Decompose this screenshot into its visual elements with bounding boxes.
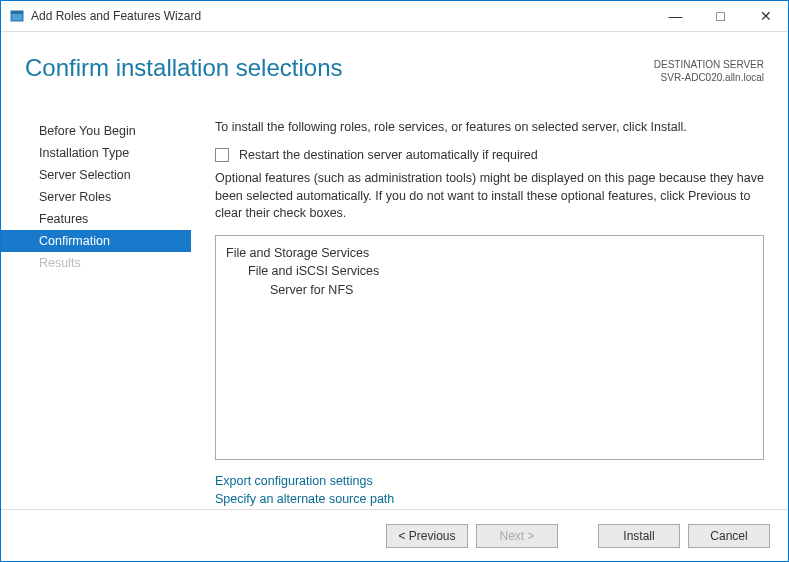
restart-checkbox[interactable]: [215, 148, 229, 162]
cancel-button[interactable]: Cancel: [688, 524, 770, 548]
button-bar: < Previous Next > Install Cancel: [1, 509, 788, 561]
wizard-steps-sidebar: Before You Begin Installation Type Serve…: [1, 110, 191, 509]
sidebar-item-installation-type[interactable]: Installation Type: [1, 142, 191, 164]
svg-rect-1: [11, 11, 23, 14]
minimize-button[interactable]: —: [653, 1, 698, 31]
restart-checkbox-label: Restart the destination server automatic…: [239, 148, 538, 162]
install-button[interactable]: Install: [598, 524, 680, 548]
restart-checkbox-row[interactable]: Restart the destination server automatic…: [215, 148, 764, 162]
main-pane: To install the following roles, role ser…: [191, 110, 788, 509]
intro-text: To install the following roles, role ser…: [215, 120, 764, 134]
selected-features-list: File and Storage Services File and iSCSI…: [215, 235, 764, 460]
sidebar-item-confirmation[interactable]: Confirmation: [1, 230, 191, 252]
feature-item: File and Storage Services: [226, 244, 753, 263]
wizard-icon: [9, 8, 25, 24]
optional-features-text: Optional features (such as administratio…: [215, 170, 764, 223]
feature-item: File and iSCSI Services: [226, 262, 753, 281]
export-config-link[interactable]: Export configuration settings: [215, 472, 764, 491]
destination-label: DESTINATION SERVER: [654, 58, 764, 71]
window-title: Add Roles and Features Wizard: [31, 9, 201, 23]
alternate-source-link[interactable]: Specify an alternate source path: [215, 490, 764, 509]
titlebar: Add Roles and Features Wizard — □ ✕: [1, 1, 788, 31]
next-button: Next >: [476, 524, 558, 548]
feature-item: Server for NFS: [226, 281, 753, 300]
sidebar-item-server-roles[interactable]: Server Roles: [1, 186, 191, 208]
sidebar-item-features[interactable]: Features: [1, 208, 191, 230]
destination-value: SVR-ADC020.alln.local: [654, 71, 764, 84]
maximize-button[interactable]: □: [698, 1, 743, 31]
previous-button[interactable]: < Previous: [386, 524, 468, 548]
sidebar-item-server-selection[interactable]: Server Selection: [1, 164, 191, 186]
close-button[interactable]: ✕: [743, 1, 788, 31]
sidebar-item-before-you-begin[interactable]: Before You Begin: [1, 120, 191, 142]
destination-info: DESTINATION SERVER SVR-ADC020.alln.local: [654, 54, 764, 84]
action-links: Export configuration settings Specify an…: [215, 472, 764, 510]
page-title: Confirm installation selections: [25, 54, 654, 82]
sidebar-item-results: Results: [1, 252, 191, 274]
